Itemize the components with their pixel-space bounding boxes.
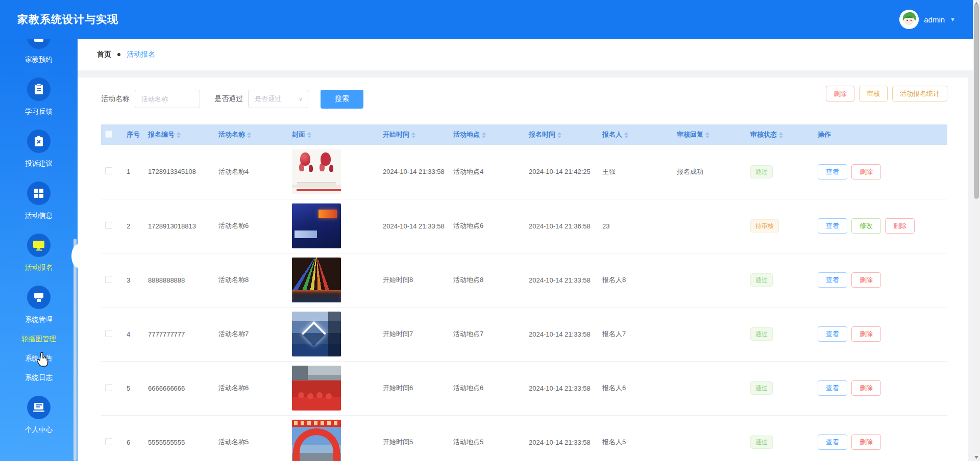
table-row: 2 1728913018813 活动名称6 2024-10-14 21:33:5…: [101, 199, 947, 253]
search-button[interactable]: 搜索: [321, 90, 363, 109]
table-header-row: 序号 报名编号 活动名称 封面 开始时间 活动地点 报名时间 报名人 审核回复 …: [101, 124, 947, 145]
row-checkbox[interactable]: [105, 330, 112, 337]
delete-button[interactable]: 删除: [851, 434, 881, 450]
filter-row: 活动名称 是否通过 是否通过 ∨ 搜索: [101, 85, 947, 113]
breadcrumb: 首页 活动报名: [78, 39, 973, 70]
scrollbar-thumb[interactable]: [974, 4, 979, 199]
header-place[interactable]: 活动地点: [449, 124, 525, 145]
delete-button[interactable]: 删除: [851, 164, 881, 180]
view-button[interactable]: 查看: [818, 380, 847, 396]
user-menu[interactable]: admin ▼: [899, 10, 955, 29]
sidebar-scrollbar[interactable]: [74, 239, 77, 461]
row-actions: 查看删除: [814, 361, 947, 415]
sort-icon: [247, 132, 251, 138]
edit-button[interactable]: 修改: [851, 218, 881, 234]
cell-place: 活动地点6: [449, 361, 525, 415]
delete-button[interactable]: 删除: [851, 380, 881, 396]
sidebar-item-personal-center[interactable]: 个人中心: [25, 396, 53, 434]
header-reply[interactable]: 审核回复: [673, 124, 746, 145]
monitor-icon: [27, 234, 51, 257]
sidebar-item-activity-info[interactable]: 活动信息: [25, 182, 53, 220]
row-checkbox[interactable]: [105, 438, 112, 445]
breadcrumb-separator-icon: [117, 53, 120, 56]
cell-signup-time: 2024-10-14 21:33:58: [525, 307, 598, 361]
sidebar-item-system-management[interactable]: 系统管理: [25, 286, 53, 324]
cell-person: 报名人7: [598, 307, 673, 361]
row-checkbox[interactable]: [105, 384, 112, 391]
cell-name: 活动名称6: [214, 361, 288, 415]
header-cover[interactable]: 封面: [288, 124, 379, 145]
store-icon: [27, 286, 51, 309]
select-all-checkbox[interactable]: [105, 131, 112, 138]
top-header: 家教系统设计与实现 admin ▼: [0, 0, 973, 39]
row-checkbox[interactable]: [105, 167, 112, 174]
cell-signup-time: 2024-10-14 21:33:58: [525, 361, 598, 415]
cell-name: 活动名称7: [214, 307, 288, 361]
signup-stats-button[interactable]: 活动报名统计: [892, 86, 947, 101]
cell-start: 开始时间8: [379, 253, 449, 307]
activity-name-input[interactable]: [135, 90, 200, 108]
header-signup-time[interactable]: 报名时间: [525, 124, 598, 145]
row-actions: 查看删除: [814, 145, 947, 199]
header-status[interactable]: 审核状态: [746, 124, 814, 145]
sidebar-item-study-feedback[interactable]: 学习反馈: [25, 78, 53, 116]
breadcrumb-current[interactable]: 活动报名: [127, 50, 155, 59]
pass-select[interactable]: 是否通过 ∨: [248, 90, 308, 108]
header-start[interactable]: 开始时间: [379, 124, 449, 145]
header-code[interactable]: 报名编号: [144, 124, 214, 145]
sort-icon: [482, 132, 486, 138]
sidebar-item-tutoring-booking[interactable]: 家教预约: [25, 39, 53, 64]
header-person[interactable]: 报名人: [598, 124, 673, 145]
row-checkbox[interactable]: [105, 276, 112, 283]
sidebar-item-complaints[interactable]: 投诉建议: [25, 130, 53, 168]
table-card: 活动名称 是否通过 是否通过 ∨ 搜索 删除 审核 活动报名统计: [78, 78, 968, 461]
view-button[interactable]: 查看: [818, 272, 847, 288]
select-caret-icon: ∨: [299, 96, 303, 103]
status-badge: 待审核: [750, 219, 779, 233]
submenu-item-carousel[interactable]: 轮播图管理: [21, 335, 56, 344]
clipboard-icon: [27, 78, 51, 101]
header-no: 序号: [122, 124, 144, 145]
table-row: 6 5555555555 活动名称5 开始时间5 活动地点5 2024-10-1…: [101, 415, 947, 461]
view-button[interactable]: 查看: [818, 434, 847, 450]
app-title: 家教系统设计与实现: [17, 12, 118, 27]
cell-start: 开始时间6: [379, 361, 449, 415]
sidebar-item-activity-signup[interactable]: 活动报名: [25, 234, 53, 272]
mouse-cursor-hand: [36, 352, 49, 367]
cell-no: 6: [122, 415, 144, 461]
row-checkbox[interactable]: [105, 222, 112, 229]
cell-code: 5555555555: [144, 415, 214, 461]
cell-start: 2024-10-14 21:33:58: [379, 199, 449, 253]
cell-no: 5: [122, 361, 144, 415]
cell-name: 活动名称4: [214, 145, 288, 199]
cell-place: 活动地点5: [449, 415, 525, 461]
delete-button[interactable]: 删除: [851, 326, 881, 342]
status-badge: 通过: [750, 327, 773, 341]
sort-icon: [705, 132, 709, 138]
batch-delete-button[interactable]: 删除: [826, 86, 854, 101]
view-button[interactable]: 查看: [818, 218, 847, 234]
cell-start: 开始时间7: [379, 307, 449, 361]
submenu-item-system-log[interactable]: 系统日志: [25, 373, 53, 382]
cell-no: 3: [122, 253, 144, 307]
breadcrumb-home[interactable]: 首页: [97, 50, 111, 59]
app-window: { "app": { "title": "家教系统设计与实现", "user":…: [0, 0, 980, 461]
view-button[interactable]: 查看: [818, 164, 847, 180]
cell-name: 活动名称8: [214, 253, 288, 307]
cell-person: 报名人5: [598, 415, 673, 461]
view-button[interactable]: 查看: [818, 326, 847, 342]
delete-button[interactable]: 删除: [885, 218, 915, 234]
sort-icon: [779, 132, 783, 138]
username[interactable]: admin: [924, 15, 945, 24]
cell-place: 活动地点7: [449, 307, 525, 361]
avatar[interactable]: [899, 10, 919, 29]
delete-button[interactable]: 删除: [851, 272, 881, 288]
status-badge: 通过: [750, 273, 773, 287]
header-name[interactable]: 活动名称: [214, 124, 288, 145]
audit-button[interactable]: 审核: [859, 86, 888, 101]
row-actions: 查看修改删除: [814, 199, 947, 253]
page-scrollbar[interactable]: [973, 0, 980, 461]
scroll-down-icon[interactable]: [974, 456, 978, 459]
cell-signup-time: 2024-10-14 21:36:58: [525, 199, 598, 253]
cover-image: [292, 420, 341, 461]
